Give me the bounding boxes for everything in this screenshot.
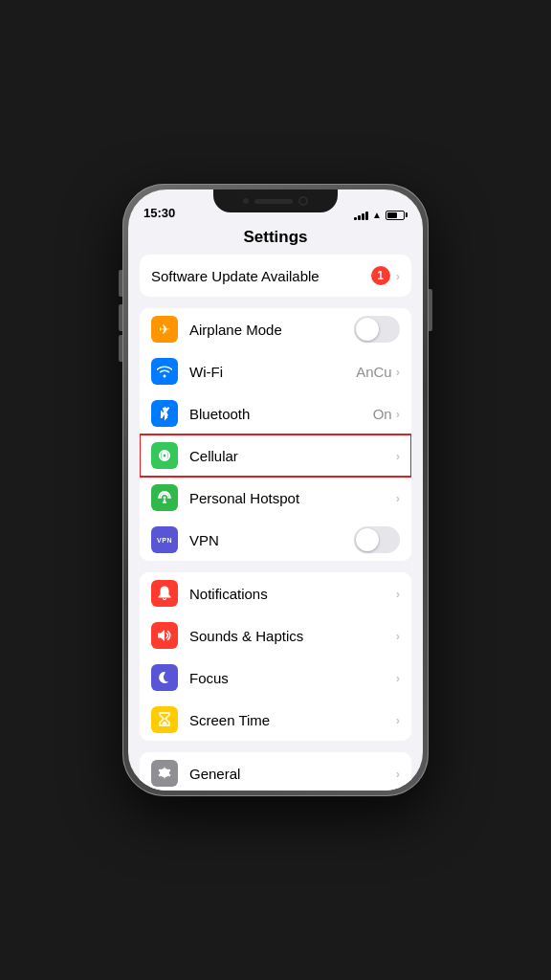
- connectivity-section: ✈ Airplane Mode: [140, 308, 411, 561]
- notch-dot-left: [243, 198, 249, 204]
- software-update-row[interactable]: Software Update Available 1 ›: [140, 255, 411, 297]
- sounds-icon: [151, 622, 178, 649]
- vpn-label: VPN: [189, 532, 354, 548]
- phone-frame: 15:30 ▲ Settings: [122, 184, 429, 796]
- sounds-row[interactable]: Sounds & Haptics ›: [140, 614, 411, 657]
- cellular-label: Cellular: [189, 448, 396, 464]
- notch-speaker: [254, 199, 293, 204]
- bluetooth-icon: ✗: [151, 400, 178, 427]
- software-update-chevron: ›: [396, 269, 400, 283]
- bluetooth-value: On: [373, 406, 392, 422]
- general-row[interactable]: General ›: [140, 752, 411, 791]
- hotspot-svg: [157, 490, 172, 505]
- signal-bars: [354, 211, 368, 220]
- cellular-row[interactable]: Cellular ›: [140, 434, 411, 477]
- general-icon: [151, 760, 178, 787]
- screen-time-label: Screen Time: [189, 712, 396, 728]
- general-group: General › Control: [140, 752, 411, 791]
- vpn-row[interactable]: VPN VPN: [140, 519, 411, 561]
- notifications-row[interactable]: Notifications ›: [140, 572, 411, 614]
- vpn-toggle[interactable]: [354, 526, 400, 553]
- bell-svg: [158, 586, 171, 601]
- battery-body: [386, 211, 405, 220]
- software-update-section: Software Update Available 1 ›: [140, 255, 411, 297]
- notifications-label: Notifications: [189, 586, 396, 602]
- notifications-chevron: ›: [396, 587, 400, 601]
- cellular-icon: [151, 442, 178, 469]
- vpn-icon: VPN: [151, 526, 178, 553]
- sounds-label: Sounds & Haptics: [189, 628, 396, 644]
- battery-tip: [406, 212, 408, 217]
- hotspot-label: Personal Hotspot: [189, 490, 396, 506]
- focus-chevron: ›: [396, 671, 400, 685]
- airplane-mode-toggle-thumb: [356, 318, 379, 341]
- phone-screen: 15:30 ▲ Settings: [128, 189, 423, 791]
- screen-time-chevron: ›: [396, 713, 400, 727]
- wifi-status-icon: ▲: [372, 210, 382, 220]
- bluetooth-label: Bluetooth: [189, 406, 373, 422]
- gear-svg: [157, 766, 172, 781]
- wifi-row[interactable]: Wi-Fi AnCu ›: [140, 350, 411, 392]
- cellular-svg: [157, 448, 172, 463]
- airplane-mode-icon: ✈: [151, 316, 178, 343]
- signal-bar-4: [365, 212, 368, 220]
- wifi-value: AnCu: [356, 364, 392, 380]
- wifi-label: Wi-Fi: [189, 364, 356, 380]
- airplane-mode-label: Airplane Mode: [189, 322, 354, 338]
- hotspot-row[interactable]: Personal Hotspot ›: [140, 477, 411, 519]
- screen-time-row[interactable]: Screen Time ›: [140, 699, 411, 741]
- wifi-icon: [151, 358, 178, 385]
- screen-time-icon: [151, 706, 178, 733]
- signal-bar-2: [358, 215, 361, 220]
- bluetooth-chevron: ›: [396, 407, 400, 421]
- wifi-chevron: ›: [396, 365, 400, 379]
- airplane-mode-row[interactable]: ✈ Airplane Mode: [140, 308, 411, 350]
- focus-icon: [151, 664, 178, 691]
- hourglass-svg: [158, 712, 171, 727]
- connectivity-group: ✈ Airplane Mode: [140, 308, 411, 561]
- general-section: General › Control: [140, 752, 411, 791]
- hotspot-chevron: ›: [396, 491, 400, 505]
- focus-label: Focus: [189, 670, 396, 686]
- general-chevron: ›: [396, 767, 400, 781]
- status-time: 15:30: [143, 206, 175, 220]
- battery-icon: [386, 211, 408, 220]
- focus-row[interactable]: Focus ›: [140, 657, 411, 699]
- general-label: General: [189, 766, 396, 782]
- scroll-area: Software Update Available 1 › ✈ Airplane…: [128, 255, 423, 791]
- cellular-chevron: ›: [396, 449, 400, 463]
- speaker-svg: [157, 629, 172, 642]
- bluetooth-row[interactable]: ✗ Bluetooth On ›: [140, 392, 411, 434]
- notifications-icon: [151, 580, 178, 607]
- notch: [213, 189, 338, 212]
- signal-bar-3: [362, 213, 364, 220]
- signal-bar-1: [354, 217, 357, 220]
- hotspot-icon: [151, 484, 178, 511]
- wifi-svg: [157, 365, 172, 378]
- airplane-mode-toggle[interactable]: [354, 316, 400, 343]
- moon-svg: [158, 671, 171, 684]
- notch-camera: [298, 196, 308, 206]
- sounds-chevron: ›: [396, 629, 400, 643]
- battery-fill: [387, 212, 397, 218]
- software-update-label: Software Update Available: [151, 268, 371, 284]
- bluetooth-svg: [159, 406, 170, 421]
- software-update-badge: 1: [371, 266, 390, 285]
- svg-point-2: [164, 497, 166, 500]
- status-icons: ▲: [354, 210, 408, 220]
- notifications-section: Notifications › Sounds & Haptics: [140, 572, 411, 741]
- notifications-group: Notifications › Sounds & Haptics: [140, 572, 411, 741]
- page-title: Settings: [128, 224, 423, 255]
- vpn-toggle-thumb: [356, 528, 379, 551]
